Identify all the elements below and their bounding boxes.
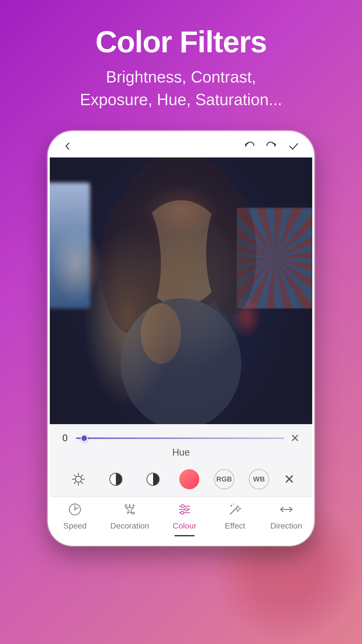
tab-speed[interactable]: Speed: [60, 502, 90, 531]
exposure-filter-button[interactable]: [142, 468, 164, 491]
redo-button[interactable]: [265, 140, 278, 152]
svg-point-28: [233, 504, 234, 505]
hue-filter-button[interactable]: [179, 469, 199, 489]
svg-point-6: [75, 476, 81, 482]
wb-filter-button[interactable]: WB: [249, 469, 269, 489]
tab-colour[interactable]: Colour: [169, 502, 200, 536]
svg-point-5: [141, 303, 181, 364]
effect-icon: [228, 502, 242, 519]
portrait-svg: [50, 157, 312, 424]
decoration-tab-label: Decoration: [110, 521, 149, 531]
contrast-icon: [109, 473, 122, 486]
svg-point-4: [121, 298, 241, 424]
svg-line-14: [74, 482, 76, 484]
direction-icon: [279, 502, 294, 519]
slider-value: 0: [62, 433, 70, 444]
phone-mockup: 0 ✕ Hue: [48, 131, 314, 546]
rgb-label: RGB: [216, 475, 232, 483]
active-tab-indicator: [174, 535, 195, 536]
tab-direction[interactable]: Direction: [270, 502, 302, 531]
brightness-filter-button[interactable]: [67, 468, 90, 491]
exposure-icon: [147, 473, 160, 486]
svg-point-24: [185, 508, 188, 511]
slider-label: Hue: [62, 447, 300, 458]
slider-area: 0 ✕ Hue: [50, 424, 312, 463]
svg-line-11: [74, 475, 76, 476]
confirm-button[interactable]: [288, 140, 300, 152]
svg-point-3: [206, 190, 256, 316]
svg-point-19: [132, 512, 134, 514]
filter-close-button[interactable]: ✕: [284, 472, 295, 487]
header-section: Color Filters Brightness, Contrast, Expo…: [80, 0, 282, 126]
svg-point-16: [74, 509, 76, 510]
bottom-nav: Speed Decoration: [50, 497, 312, 544]
slider-close-button[interactable]: ✕: [290, 432, 300, 445]
svg-point-25: [181, 511, 184, 514]
nav-icons-right: [243, 140, 300, 152]
tab-effect[interactable]: Effect: [220, 502, 250, 531]
decoration-icon: [122, 502, 137, 519]
speed-tab-label: Speed: [63, 521, 87, 531]
svg-point-18: [133, 505, 134, 506]
slider-row: 0 ✕: [62, 432, 300, 445]
svg-line-26: [230, 508, 237, 514]
svg-point-27: [231, 505, 232, 506]
direction-tab-label: Direction: [270, 521, 302, 531]
slider-thumb[interactable]: [81, 435, 88, 442]
speed-icon: [68, 502, 82, 519]
tab-decoration[interactable]: Decoration: [110, 502, 149, 531]
svg-line-13: [81, 475, 83, 476]
svg-point-17: [125, 505, 127, 507]
svg-line-12: [81, 482, 83, 484]
colour-tab-label: Colour: [173, 521, 196, 531]
page-subtitle: Brightness, Contrast, Exposure, Hue, Sat…: [80, 66, 282, 111]
contrast-filter-button[interactable]: [105, 468, 127, 491]
colour-icon: [177, 502, 192, 519]
page-title: Color Filters: [80, 25, 282, 58]
back-button[interactable]: [62, 141, 72, 151]
photo-area: [50, 157, 312, 424]
svg-point-23: [181, 505, 184, 508]
phone-frame: 0 ✕ Hue: [48, 131, 314, 546]
rgb-filter-button[interactable]: RGB: [214, 469, 234, 489]
hue-slider[interactable]: [76, 437, 284, 439]
phone-top-bar: [50, 133, 312, 157]
wb-label: WB: [253, 475, 265, 483]
undo-button[interactable]: [243, 140, 255, 152]
filter-icons-row: RGB WB ✕: [50, 463, 312, 497]
effect-tab-label: Effect: [225, 521, 245, 531]
